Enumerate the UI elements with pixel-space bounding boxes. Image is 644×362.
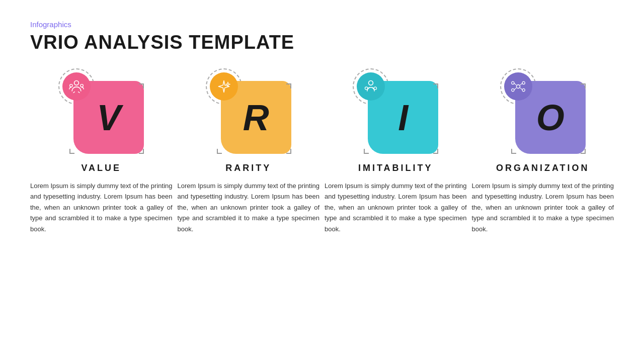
svg-point-8 (516, 84, 520, 88)
icon-circle-r (206, 68, 242, 105)
svg-point-4 (365, 87, 368, 89)
icon-circle-i (353, 68, 389, 105)
bracket-bl-i (364, 149, 369, 154)
bracket-br-v (139, 149, 144, 154)
card-value: V VALUE Lorem Ipsum is simply dummy text… (30, 68, 173, 234)
people-hands-icon (68, 78, 85, 95)
svg-point-3 (369, 80, 373, 85)
svg-line-13 (514, 83, 516, 85)
card-visual-imitability: I (353, 68, 438, 154)
network-nodes-icon (510, 78, 526, 95)
letter-r: R (243, 97, 269, 138)
title-o: ORGANIZATION (496, 163, 590, 173)
body-i: Lorem Ipsum is simply dummy text of the … (325, 180, 467, 234)
card-organization: O ORGANIZATION Lorem Ipsum is simply dum… (472, 68, 614, 234)
icon-inner-v (62, 72, 91, 101)
bracket-tr-o (581, 83, 586, 88)
icon-circle-v (58, 68, 95, 105)
icon-circle-o (500, 68, 536, 105)
person-network-icon (363, 78, 379, 95)
card-rarity: R RARITY Lorem Ipsum is simply dummy tex… (178, 68, 320, 234)
icon-inner-i (357, 72, 385, 101)
bracket-bl-o (511, 149, 516, 154)
bracket-tr-r (286, 83, 291, 88)
card-visual-value: V (58, 68, 144, 154)
body-v: Lorem Ipsum is simply dummy text of the … (30, 180, 173, 234)
svg-point-10 (522, 81, 525, 84)
title-i: IMITABILITY (358, 163, 433, 173)
svg-line-16 (520, 88, 522, 90)
cards-container: V VALUE Lorem Ipsum is simply dummy text… (30, 68, 614, 234)
svg-point-12 (522, 88, 525, 91)
bracket-br-i (433, 149, 438, 154)
page: Infographics VRIO ANALYSIS TEMPLATE (0, 0, 644, 362)
icon-inner-r (210, 72, 238, 101)
svg-point-5 (374, 87, 376, 89)
card-imitability: I IMITABILITY Lorem Ipsum is simply dumm… (325, 68, 467, 234)
bracket-bl-r (217, 149, 222, 154)
svg-point-9 (511, 81, 514, 84)
page-title: VRIO ANALYSIS TEMPLATE (30, 32, 614, 53)
letter-i: I (398, 97, 408, 138)
sparkle-icon (216, 78, 232, 95)
bracket-br-r (286, 149, 291, 154)
svg-point-0 (74, 80, 79, 85)
svg-point-11 (511, 88, 514, 91)
body-o: Lorem Ipsum is simply dummy text of the … (472, 180, 614, 234)
bracket-tr-v (139, 83, 144, 88)
svg-point-1 (70, 84, 72, 87)
svg-line-14 (520, 83, 522, 85)
svg-point-2 (80, 84, 83, 87)
title-r: RARITY (225, 163, 271, 173)
bracket-tr-i (433, 83, 438, 88)
letter-o: O (536, 97, 565, 138)
bracket-bl-v (69, 149, 74, 154)
icon-inner-o (504, 72, 532, 101)
bracket-br-o (581, 149, 586, 154)
card-visual-rarity: R (206, 68, 291, 154)
card-visual-organization: O (500, 68, 586, 154)
title-v: VALUE (81, 163, 121, 173)
svg-line-15 (514, 88, 516, 90)
body-r: Lorem Ipsum is simply dummy text of the … (178, 180, 320, 234)
subtitle: Infographics (30, 20, 614, 29)
letter-v: V (97, 97, 121, 138)
